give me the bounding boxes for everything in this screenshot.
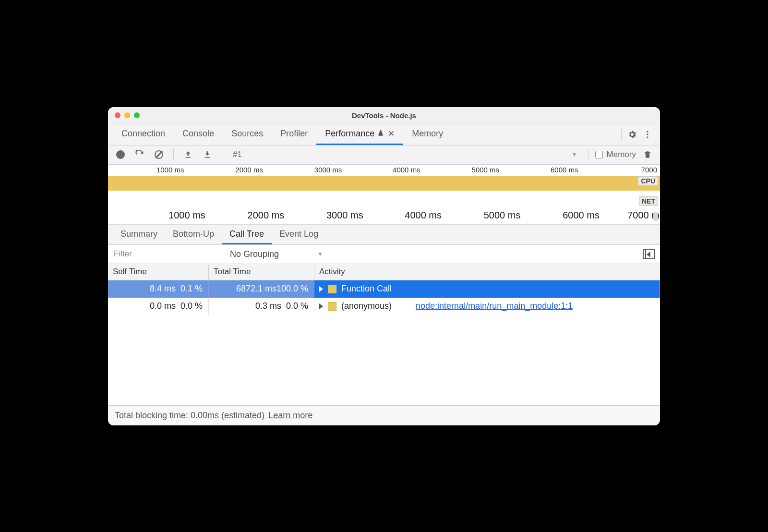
tab-performance[interactable]: Performance ✕ <box>316 124 403 145</box>
col-header-total[interactable]: Total Time <box>209 264 314 280</box>
subtab-label: Bottom-Up <box>173 229 214 239</box>
separator <box>222 149 222 160</box>
table-row[interactable]: 0.0 ms 0.0 % 0.3 ms 0.0 % (anonymous) no… <box>108 298 660 315</box>
delete-button[interactable] <box>640 147 655 162</box>
close-window-button[interactable] <box>115 112 120 118</box>
total-ms: 0.3 ms <box>255 301 281 311</box>
activity-name: (anonymous) <box>341 301 392 311</box>
self-ms: 0.0 ms <box>150 301 176 311</box>
main-tick: 4000 ms <box>405 210 442 221</box>
cpu-track[interactable]: CPU <box>108 176 660 191</box>
tab-label: Profiler <box>280 129 308 139</box>
main-tab-strip: Connection Console Sources Profiler Perf… <box>108 124 660 145</box>
ruler-tick: 4000 ms <box>393 166 423 174</box>
tab-connection[interactable]: Connection <box>113 124 174 145</box>
timeline-overview[interactable]: 1000 ms 2000 ms 3000 ms 4000 ms 5000 ms … <box>108 165 660 225</box>
disclosure-triangle-icon[interactable] <box>319 286 323 292</box>
main-ruler[interactable]: 1000 ms 2000 ms 3000 ms 4000 ms 5000 ms … <box>108 208 660 224</box>
filter-input[interactable] <box>108 245 223 264</box>
separator <box>588 149 588 160</box>
reload-record-button[interactable] <box>132 147 147 162</box>
load-profile-button[interactable] <box>180 147 196 162</box>
minimize-window-button[interactable] <box>124 112 130 118</box>
cell-self-time: 8.4 ms 0.1 % <box>108 280 209 298</box>
status-bar: Total blocking time: 0.00ms (estimated) … <box>108 405 660 425</box>
svg-point-0 <box>647 131 648 133</box>
recording-select[interactable]: #1 ▼ <box>229 150 581 159</box>
learn-more-link[interactable]: Learn more <box>268 411 312 421</box>
net-track[interactable]: NET <box>108 196 660 208</box>
recording-select-value: #1 <box>233 150 242 159</box>
subtab-call-tree[interactable]: Call Tree <box>222 225 272 244</box>
cell-total-time: 0.3 ms 0.0 % <box>209 298 314 315</box>
separator <box>621 129 622 140</box>
more-menu-button[interactable] <box>640 127 655 142</box>
main-tick: 1000 ms <box>168 210 205 221</box>
col-header-self[interactable]: Self Time <box>108 264 209 280</box>
filter-bar: No Grouping ▼ <box>108 245 660 264</box>
disclosure-triangle-icon[interactable] <box>319 303 323 309</box>
memory-checkbox[interactable] <box>595 151 603 158</box>
tab-label: Connection <box>121 129 165 139</box>
subtab-label: Summary <box>120 229 157 239</box>
clear-button[interactable] <box>151 147 167 162</box>
ruler-tick: 1000 ms <box>156 166 187 174</box>
self-ms: 8.4 ms <box>150 284 176 294</box>
devtools-window: DevTools - Node.js Connection Console So… <box>108 107 660 425</box>
table-body: 8.4 ms 0.1 % 6872.1 ms 100.0 % Function … <box>108 280 660 405</box>
memory-checkbox-label: Memory <box>607 150 636 159</box>
source-link[interactable]: node:internal/main/run_main_module:1:1 <box>416 301 573 311</box>
self-pct: 0.0 % <box>180 301 203 311</box>
total-ms: 6872.1 ms <box>236 284 276 294</box>
settings-button[interactable] <box>624 127 640 142</box>
window-title: DevTools - Node.js <box>108 111 660 120</box>
performance-toolbar: #1 ▼ Memory <box>108 145 660 165</box>
titlebar: DevTools - Node.js <box>108 107 660 124</box>
overview-ruler[interactable]: 1000 ms 2000 ms 3000 ms 4000 ms 5000 ms … <box>108 165 660 176</box>
ruler-tick: 2000 ms <box>235 166 266 174</box>
tab-profiler[interactable]: Profiler <box>272 124 316 145</box>
grouping-value: No Grouping <box>230 249 279 259</box>
chevron-down-icon: ▼ <box>317 251 323 257</box>
category-swatch-icon <box>328 302 336 311</box>
main-tick: 2000 ms <box>248 210 285 221</box>
subtab-label: Call Tree <box>229 229 264 239</box>
tab-label: Performance <box>325 129 374 139</box>
separator <box>173 149 174 160</box>
save-profile-button[interactable] <box>200 147 215 162</box>
table-header: Self Time Total Time Activity <box>108 264 660 280</box>
self-pct: 0.1 % <box>180 284 203 294</box>
table-row[interactable]: 8.4 ms 0.1 % 6872.1 ms 100.0 % Function … <box>108 280 660 298</box>
ruler-tick: 7000 <box>641 166 660 174</box>
ruler-tick: 5000 ms <box>472 166 503 174</box>
close-tab-icon[interactable]: ✕ <box>388 129 395 139</box>
subtab-event-log[interactable]: Event Log <box>272 225 326 244</box>
main-tick: 5000 ms <box>484 210 521 221</box>
net-track-label: NET <box>639 196 658 206</box>
grouping-select[interactable]: No Grouping ▼ <box>223 249 330 259</box>
subtab-bottom-up[interactable]: Bottom-Up <box>165 225 222 244</box>
record-button[interactable] <box>113 147 128 162</box>
call-tree-table: Self Time Total Time Activity 8.4 ms 0.1… <box>108 264 660 405</box>
tab-sources[interactable]: Sources <box>223 124 272 145</box>
total-pct: 100.0 % <box>276 284 308 294</box>
subtab-summary[interactable]: Summary <box>113 225 165 244</box>
zoom-window-button[interactable] <box>134 112 140 118</box>
col-header-activity[interactable]: Activity <box>314 264 660 280</box>
cpu-track-label: CPU <box>638 176 658 186</box>
tab-label: Memory <box>412 129 443 139</box>
cell-activity: Function Call <box>314 280 660 298</box>
dock-side-icon[interactable] <box>643 249 655 259</box>
cell-self-time: 0.0 ms 0.0 % <box>108 298 209 315</box>
traffic-lights <box>108 112 140 118</box>
category-swatch-icon <box>328 285 336 293</box>
ruler-tick: 3000 ms <box>314 166 345 174</box>
cell-activity: (anonymous) node:internal/main/run_main_… <box>314 298 660 315</box>
total-pct: 0.0 % <box>286 301 308 311</box>
subtab-label: Event Log <box>279 229 318 239</box>
activity-name: Function Call <box>341 284 392 294</box>
timeline-scrubber-handle[interactable] <box>653 212 658 221</box>
tab-memory[interactable]: Memory <box>403 124 452 145</box>
tab-console[interactable]: Console <box>174 124 223 145</box>
tab-label: Sources <box>231 129 263 139</box>
